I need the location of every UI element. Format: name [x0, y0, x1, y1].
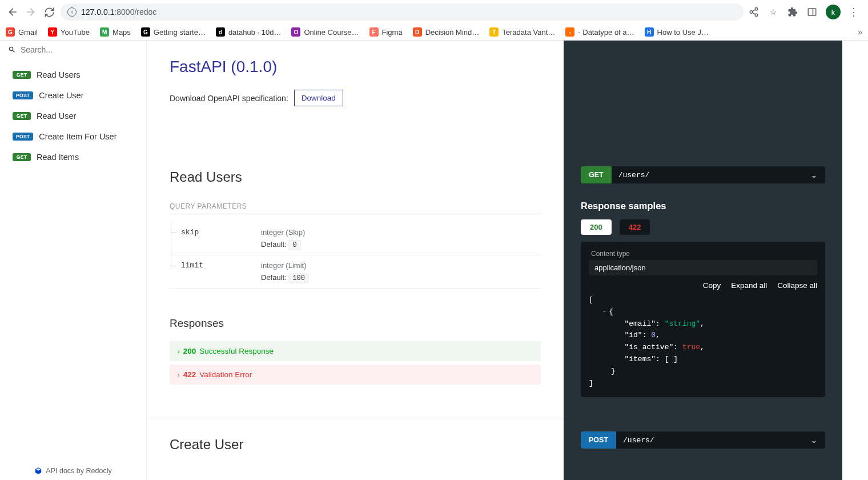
section-create-user-title: Create User: [170, 437, 541, 453]
method-badge: POST: [13, 91, 33, 99]
bookmark-label: How to Use J…: [657, 28, 709, 37]
sidebar-item-label: Read Users: [37, 70, 81, 79]
svg-point-1: [750, 11, 753, 14]
param-name: limit: [170, 261, 261, 282]
bookmark-label: Gmail: [18, 28, 38, 37]
sidebar-item[interactable]: GETRead User: [0, 106, 146, 126]
sidebar-item-label: Read User: [37, 111, 76, 121]
svg-line-4: [752, 10, 755, 11]
bookmark-icon: F: [369, 27, 379, 37]
bookmark-item[interactable]: DDecision Mind…: [413, 27, 480, 37]
svg-point-0: [755, 8, 758, 11]
sidebar-footer-text: API docs by Redocly: [46, 467, 111, 475]
app: GETRead UsersPOSTCreate UserGETRead User…: [0, 41, 868, 480]
method-badge: GET: [13, 112, 31, 120]
panel-icon[interactable]: [806, 6, 818, 18]
bookmark-label: YouTube: [61, 28, 90, 37]
query-parameters-label: QUERY PARAMETERS: [170, 202, 541, 214]
bookmark-item[interactable]: HHow to Use J…: [645, 27, 709, 37]
info-icon: i: [67, 7, 77, 17]
bookmark-item[interactable]: MMaps: [100, 27, 131, 37]
response-text: Successful Response: [199, 347, 274, 355]
menu-icon[interactable]: ⋮: [849, 6, 859, 18]
content-type-value: application/json: [589, 260, 817, 275]
sidebar: GETRead UsersPOSTCreate UserGETRead User…: [0, 41, 147, 480]
bookmark-item[interactable]: OOnline Course…: [291, 27, 359, 37]
page-title: FastAPI (0.1.0): [170, 58, 541, 76]
extensions-icon[interactable]: [787, 6, 798, 18]
response-code: 200: [183, 347, 196, 355]
svg-point-2: [755, 14, 758, 17]
bookmark-icon: G: [141, 27, 150, 37]
sidebar-footer[interactable]: API docs by Redocly: [0, 461, 146, 480]
responses-list: ›200 Successful Response›422 Validation …: [170, 341, 541, 385]
browser-toolbar: i 127.0.0.1:8000/redoc ☆ k ⋮: [0, 0, 868, 24]
search-input[interactable]: [21, 45, 138, 54]
sidebar-item-label: Create User: [39, 91, 83, 100]
response-item[interactable]: ›200 Successful Response: [170, 341, 541, 361]
endpoint-path: /users/: [616, 436, 803, 445]
main: FastAPI (0.1.0) Download OpenAPI specifi…: [147, 41, 868, 480]
bookmark-item[interactable]: -- Datatype of a…: [565, 27, 634, 37]
response-item[interactable]: ›422 Validation Error: [170, 365, 541, 385]
bookmark-item[interactable]: FFigma: [369, 27, 403, 37]
param-default-value: 0: [288, 240, 300, 250]
profile-avatar[interactable]: k: [826, 5, 841, 19]
back-button[interactable]: [6, 5, 19, 19]
bookmark-item[interactable]: YYouTube: [48, 27, 90, 37]
chevron-down-icon: ⌄: [803, 171, 825, 179]
sidebar-item[interactable]: GETRead Users: [0, 65, 146, 85]
sidebar-nav: GETRead UsersPOSTCreate UserGETRead User…: [0, 59, 146, 461]
param-desc: integer (Limit) Default: 100: [261, 261, 541, 282]
bookmark-icon: G: [6, 27, 15, 37]
bookmark-icon: d: [216, 27, 225, 37]
url-host: 127.0.0.1:8000/redoc: [81, 7, 156, 17]
bookmark-item[interactable]: GGetting starte…: [141, 27, 206, 37]
svg-line-3: [752, 13, 755, 14]
expand-all-button[interactable]: Expand all: [731, 281, 767, 290]
content-type-label: Content type: [589, 250, 817, 258]
sidebar-item[interactable]: POSTCreate Item For User: [0, 126, 146, 147]
search-icon: [8, 46, 16, 54]
bookmark-icon: M: [100, 27, 109, 37]
bookmark-label: Getting starte…: [154, 28, 206, 37]
response-tab[interactable]: 422: [620, 219, 650, 235]
response-samples-title: Response samples: [581, 201, 825, 211]
forward-button[interactable]: [24, 5, 38, 19]
responses-title: Responses: [170, 317, 541, 330]
bookmark-item[interactable]: TTeradata Vant…: [489, 27, 555, 37]
bookmarks-overflow-icon[interactable]: »: [858, 27, 862, 37]
bookmark-icon: T: [489, 27, 499, 37]
sidebar-item[interactable]: POSTCreate User: [0, 85, 146, 106]
star-icon[interactable]: ☆: [767, 6, 779, 18]
download-button[interactable]: Download: [294, 90, 343, 106]
bookmark-label: - Datatype of a…: [578, 28, 634, 37]
endpoint-method-badge: GET: [581, 166, 612, 183]
bookmark-item[interactable]: ddatahub · 10d…: [216, 27, 282, 37]
param-desc: integer (Skip) Default: 0: [261, 228, 541, 249]
param-default-value: 100: [288, 273, 309, 283]
copy-button[interactable]: Copy: [703, 281, 721, 290]
chevron-right-icon: ›: [178, 371, 180, 378]
bookmark-label: Teradata Vant…: [502, 28, 555, 37]
url-bar[interactable]: i 127.0.0.1:8000/redoc: [61, 3, 744, 21]
json-actions: Copy Expand all Collapse all: [589, 281, 817, 290]
sidebar-item-label: Read Items: [37, 153, 79, 162]
chevron-down-icon: ⌄: [803, 436, 825, 445]
bookmark-icon: Y: [48, 27, 57, 37]
section-read-users-title: Read Users: [170, 169, 541, 185]
response-tab[interactable]: 200: [581, 219, 612, 235]
sidebar-item[interactable]: GETRead Items: [0, 147, 146, 167]
collapse-all-button[interactable]: Collapse all: [777, 281, 817, 290]
share-icon[interactable]: [748, 6, 760, 18]
bookmark-item[interactable]: GGmail: [6, 27, 38, 37]
endpoint-post-users[interactable]: POST /users/ ⌄: [581, 431, 825, 449]
sample-box: Content type application/json Copy Expan…: [581, 242, 825, 397]
endpoint-path: /users/: [612, 171, 803, 179]
bookmark-label: Maps: [112, 28, 131, 37]
response-code: 422: [183, 370, 196, 379]
reload-button[interactable]: [42, 5, 56, 19]
section-divider: [147, 419, 564, 419]
endpoint-get-users[interactable]: GET /users/ ⌄: [581, 166, 825, 183]
right-panel: GET /users/ ⌄ Response samples 200422 Co…: [564, 41, 842, 480]
